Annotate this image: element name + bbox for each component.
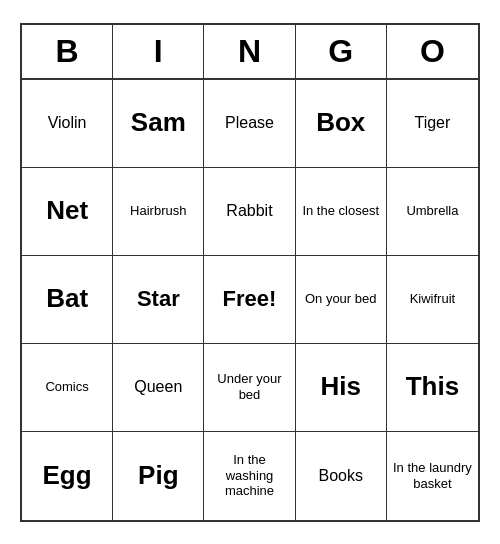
- cell-text: Kiwifruit: [410, 291, 456, 307]
- bingo-cell: Sam: [113, 80, 204, 168]
- bingo-cell: Umbrella: [387, 168, 478, 256]
- bingo-cell: Violin: [22, 80, 113, 168]
- cell-text: Comics: [45, 379, 88, 395]
- cell-text: Rabbit: [226, 201, 272, 220]
- cell-text: Sam: [131, 107, 186, 138]
- bingo-cell: Net: [22, 168, 113, 256]
- cell-text: Umbrella: [406, 203, 458, 219]
- bingo-cell: Kiwifruit: [387, 256, 478, 344]
- cell-text: Hairbrush: [130, 203, 186, 219]
- cell-text: Tiger: [414, 113, 450, 132]
- cell-text: This: [406, 371, 459, 402]
- bingo-cell: Books: [296, 432, 387, 520]
- cell-text: In the washing machine: [208, 452, 290, 499]
- bingo-cell: This: [387, 344, 478, 432]
- cell-text: Books: [318, 466, 362, 485]
- cell-text: In the laundry basket: [391, 460, 474, 491]
- cell-text: Pig: [138, 460, 178, 491]
- bingo-cell: In the closest: [296, 168, 387, 256]
- bingo-cell: Under your bed: [204, 344, 295, 432]
- cell-text: Please: [225, 113, 274, 132]
- bingo-cell: Tiger: [387, 80, 478, 168]
- cell-text: In the closest: [302, 203, 379, 219]
- bingo-cell: Bat: [22, 256, 113, 344]
- bingo-cell: Queen: [113, 344, 204, 432]
- bingo-cell: Rabbit: [204, 168, 295, 256]
- bingo-cell: Pig: [113, 432, 204, 520]
- cell-text: Net: [46, 195, 88, 226]
- bingo-cell: Box: [296, 80, 387, 168]
- header-letter: O: [387, 25, 478, 78]
- cell-text: Free!: [223, 286, 277, 312]
- bingo-card: BINGO ViolinSamPleaseBoxTigerNetHairbrus…: [20, 23, 480, 522]
- header-letter: B: [22, 25, 113, 78]
- cell-text: On your bed: [305, 291, 377, 307]
- bingo-cell: On your bed: [296, 256, 387, 344]
- cell-text: His: [320, 371, 360, 402]
- header-letter: I: [113, 25, 204, 78]
- bingo-cell: Hairbrush: [113, 168, 204, 256]
- bingo-cell: His: [296, 344, 387, 432]
- cell-text: Queen: [134, 377, 182, 396]
- bingo-cell: Comics: [22, 344, 113, 432]
- bingo-cell: In the washing machine: [204, 432, 295, 520]
- header-letter: N: [204, 25, 295, 78]
- bingo-grid: ViolinSamPleaseBoxTigerNetHairbrushRabbi…: [22, 80, 478, 520]
- cell-text: Bat: [46, 283, 88, 314]
- bingo-cell: Egg: [22, 432, 113, 520]
- header-letter: G: [296, 25, 387, 78]
- bingo-cell: Free!: [204, 256, 295, 344]
- bingo-cell: Star: [113, 256, 204, 344]
- cell-text: Star: [137, 286, 180, 312]
- cell-text: Under your bed: [208, 371, 290, 402]
- cell-text: Violin: [48, 113, 87, 132]
- bingo-header: BINGO: [22, 25, 478, 80]
- bingo-cell: In the laundry basket: [387, 432, 478, 520]
- cell-text: Box: [316, 107, 365, 138]
- cell-text: Egg: [43, 460, 92, 491]
- bingo-cell: Please: [204, 80, 295, 168]
